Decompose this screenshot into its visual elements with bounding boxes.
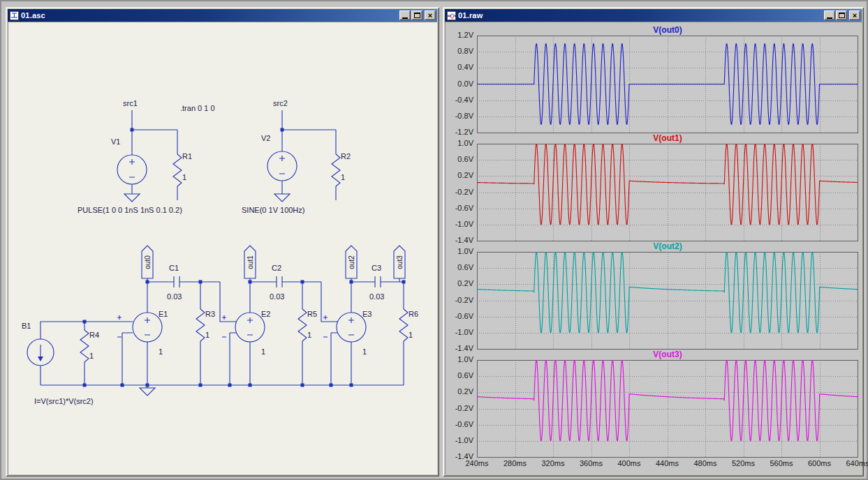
trace-title-out2[interactable]: V(out2) bbox=[477, 241, 858, 252]
y-tick-label: 0.2V bbox=[457, 280, 473, 288]
maximize-icon bbox=[839, 13, 845, 18]
component-label: R5 bbox=[307, 310, 317, 318]
y-tick-label: 1.0V bbox=[457, 247, 473, 255]
trace-title-out1[interactable]: V(out1) bbox=[477, 133, 858, 144]
trace-title-out0[interactable]: V(out0) bbox=[477, 25, 858, 36]
component-label: R6 bbox=[409, 310, 418, 318]
component-V2[interactable]: V2 bbox=[261, 134, 297, 181]
x-tick-label: 520ms bbox=[732, 459, 755, 467]
net-label-src1[interactable]: src1 bbox=[123, 99, 138, 107]
y-tick-label: 0.2V bbox=[457, 388, 473, 396]
component-value: 1 bbox=[89, 352, 94, 360]
x-tick-label: 440ms bbox=[656, 459, 679, 467]
plot-pane-out3: V(out3) 1.0V0.6V0.2V-0.2V-0.6V-1.0V-1.4V bbox=[445, 350, 862, 458]
maximize-button[interactable] bbox=[836, 10, 847, 20]
trace-title-out3[interactable]: V(out3) bbox=[477, 350, 858, 360]
directive-tran[interactable]: .tran 0 1 0 bbox=[180, 104, 215, 112]
y-tick-label: -0.2V bbox=[455, 188, 473, 196]
y-tick-label: -0.6V bbox=[455, 420, 473, 428]
component-R4[interactable]: R4 1 bbox=[80, 330, 99, 362]
x-tick-label: 640ms bbox=[846, 459, 868, 467]
component-label: R2 bbox=[341, 152, 351, 160]
minimize-icon bbox=[827, 17, 832, 19]
y-tick-label: -1.0V bbox=[455, 328, 473, 336]
component-E2[interactable]: E2 1 bbox=[222, 310, 270, 356]
component-value: 1 bbox=[261, 347, 265, 356]
net-flag-out2[interactable]: out2 bbox=[346, 246, 357, 282]
component-label: R4 bbox=[89, 331, 99, 339]
net-flag-out1[interactable]: out1 bbox=[244, 246, 256, 282]
schematic-canvas-area: V1 R1 1 V2 R2 1 bbox=[8, 22, 437, 474]
x-tick-label: 400ms bbox=[617, 459, 640, 467]
component-label: C1 bbox=[169, 264, 179, 272]
component-value: 0.03 bbox=[270, 292, 284, 301]
net-label-text: src1 bbox=[123, 99, 138, 107]
y-tick-label: 0.6V bbox=[457, 264, 473, 272]
component-R6[interactable]: R6 1 bbox=[399, 309, 418, 341]
net-label-src2[interactable]: src2 bbox=[273, 99, 288, 107]
y-tick-label: -1.4V bbox=[455, 236, 473, 244]
schematic-canvas[interactable]: V1 R1 1 V2 R2 1 bbox=[8, 22, 437, 474]
window-title: 01.raw bbox=[458, 11, 822, 20]
plot-canvas-out3[interactable] bbox=[477, 360, 858, 458]
component-label: V1 bbox=[111, 137, 120, 146]
close-button[interactable]: × bbox=[849, 10, 860, 20]
x-tick-label: 600ms bbox=[808, 459, 831, 467]
component-value: 1 bbox=[409, 331, 413, 339]
y-tick-label: -1.4V bbox=[455, 344, 473, 352]
component-label: C2 bbox=[272, 264, 281, 272]
x-tick-label: 280ms bbox=[503, 459, 527, 467]
value-bsource-function[interactable]: I=V(src1)*V(src2) bbox=[34, 397, 94, 405]
component-R2[interactable]: R2 1 bbox=[332, 152, 351, 186]
component-label: E2 bbox=[261, 310, 270, 318]
maximize-button[interactable] bbox=[411, 10, 422, 20]
component-E3[interactable]: E3 1 bbox=[323, 310, 372, 356]
value-sine[interactable]: SINE(0 1V 100Hz) bbox=[242, 206, 304, 214]
net-flag-out3[interactable]: out3 bbox=[394, 246, 405, 282]
component-V1[interactable]: V1 bbox=[111, 137, 147, 184]
y-axis-labels: 1.0V0.6V0.2V-0.2V-0.6V-1.0V-1.4V bbox=[445, 360, 477, 458]
waveform-doc-icon bbox=[446, 11, 456, 20]
y-axis-labels: 1.2V0.8V0.4V0.0V-0.4V-0.8V-1.2V bbox=[445, 36, 477, 133]
y-tick-label: 0.2V bbox=[457, 172, 473, 180]
net-flag-out0[interactable]: out0 bbox=[142, 246, 153, 282]
x-tick-label: 320ms bbox=[541, 459, 564, 467]
component-B1[interactable]: B1 bbox=[22, 322, 54, 366]
y-tick-label: 0.4V bbox=[457, 63, 473, 72]
component-R3[interactable]: R3 1 bbox=[196, 309, 215, 341]
y-tick-label: 0.8V bbox=[457, 47, 473, 56]
plot-pane-out1: V(out1) 1.0V0.6V0.2V-0.2V-0.6V-1.0V-1.4V bbox=[445, 133, 862, 241]
component-label: C3 bbox=[372, 264, 381, 272]
waveform-titlebar[interactable]: 01.raw × bbox=[445, 9, 862, 22]
x-tick-label: 480ms bbox=[693, 459, 716, 467]
value-pulse[interactable]: PULSE(1 0 0 1nS 1nS 0.1 0.2) bbox=[78, 206, 182, 214]
component-value: 0.03 bbox=[369, 292, 384, 301]
time-axis-labels: 240ms280ms320ms360ms400ms440ms480ms520ms… bbox=[477, 458, 858, 469]
y-tick-label: -0.6V bbox=[455, 204, 473, 212]
plot-canvas-out1[interactable] bbox=[477, 144, 858, 241]
plot-canvas-out0[interactable] bbox=[477, 36, 858, 133]
component-value: 1 bbox=[205, 331, 209, 339]
minimize-button[interactable] bbox=[824, 10, 835, 20]
y-axis-labels: 1.0V0.6V0.2V-0.2V-0.6V-1.0V-1.4V bbox=[445, 252, 477, 350]
component-R5[interactable]: R5 1 bbox=[298, 309, 317, 341]
waveform-plot-panel: V(out0) 1.2V0.8V0.4V0.0V-0.4V-0.8V-1.2V … bbox=[445, 22, 862, 474]
maximize-icon bbox=[414, 13, 420, 18]
y-tick-label: 0.0V bbox=[457, 80, 473, 88]
y-tick-label: -0.2V bbox=[455, 404, 473, 412]
schematic-doc-icon bbox=[9, 11, 19, 20]
component-label: R1 bbox=[182, 152, 192, 160]
plot-canvas-out2[interactable] bbox=[477, 252, 858, 350]
minimize-button[interactable] bbox=[399, 10, 411, 20]
close-button[interactable]: × bbox=[425, 10, 436, 20]
net-label-text: src2 bbox=[273, 99, 288, 107]
component-value: 0.03 bbox=[167, 292, 182, 301]
component-value: 1 bbox=[362, 347, 367, 356]
x-tick-label: 240ms bbox=[465, 459, 488, 467]
component-value: 1 bbox=[341, 173, 345, 181]
ground-symbols bbox=[124, 194, 290, 396]
schematic-titlebar[interactable]: 01.asc × bbox=[8, 9, 437, 22]
waveform-window: 01.raw × V(out0) 1.2V0.8V0.4V0.0V-0.4V-0… bbox=[443, 7, 864, 477]
plot-pane-out2: V(out2) 1.0V0.6V0.2V-0.2V-0.6V-1.0V-1.4V bbox=[445, 241, 862, 350]
component-R1[interactable]: R1 1 bbox=[173, 152, 192, 186]
